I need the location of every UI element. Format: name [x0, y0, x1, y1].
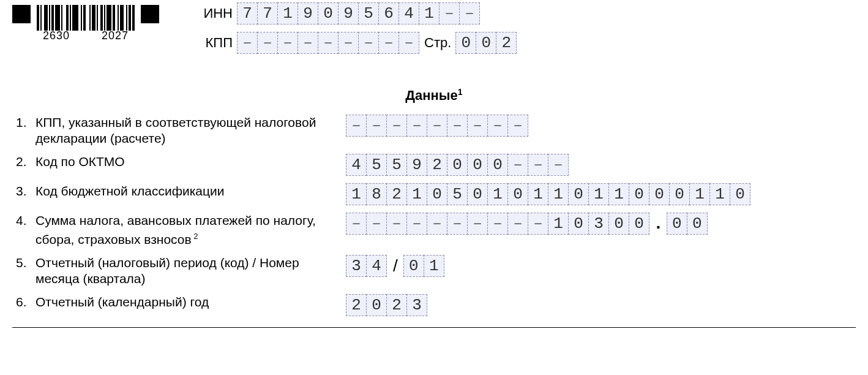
- cell: –: [459, 2, 480, 25]
- row-label: 1.КПП, указанный в соответствующей налог…: [16, 115, 346, 146]
- cell: 1: [424, 255, 444, 277]
- row-value: 45592000–––: [346, 154, 569, 176]
- cell: 9: [297, 2, 318, 25]
- cell: –: [398, 32, 419, 54]
- marker-square-left: [12, 5, 31, 23]
- cell: 1: [709, 183, 730, 205]
- cell: 0: [455, 32, 476, 54]
- section-title: Данные1: [12, 87, 856, 104]
- cell: 9: [406, 154, 427, 176]
- cell: –: [427, 115, 447, 137]
- row-label: 6.Отчетный (календарный) год: [16, 294, 346, 310]
- cell: 1: [419, 2, 440, 25]
- cell: 0: [403, 255, 424, 277]
- divider: [12, 327, 856, 328]
- row-label: 4.Сумма налога, авансовых платежей по на…: [16, 213, 346, 248]
- cell: –: [439, 2, 460, 25]
- cell: –: [338, 32, 359, 54]
- cell: 1: [548, 213, 569, 235]
- cell: 2: [427, 154, 447, 176]
- barcode-block: 2630 2027: [12, 2, 159, 42]
- cell: –: [467, 213, 488, 235]
- cell: 0: [629, 183, 649, 205]
- cell: 5: [358, 2, 379, 25]
- cell: –: [406, 115, 427, 137]
- cell: 1: [528, 183, 548, 205]
- cell-group: 34: [346, 255, 387, 277]
- cell: 1: [346, 183, 367, 205]
- slash-separator: /: [393, 256, 398, 276]
- cell: 8: [366, 183, 387, 205]
- cell: –: [297, 32, 318, 54]
- row-value: 18210501011011000110: [346, 183, 750, 205]
- cell: 5: [386, 154, 407, 176]
- cell-group: 45592000–––: [346, 154, 569, 176]
- marker-square-right: [141, 5, 159, 23]
- barcode-num-right: 2027: [102, 29, 129, 42]
- cell: 3: [406, 294, 427, 316]
- cell: 0: [467, 154, 488, 176]
- cell: 0: [568, 183, 589, 205]
- data-row: 4.Сумма налога, авансовых платежей по на…: [16, 213, 856, 248]
- cell: 7: [237, 2, 258, 25]
- cell: 1: [277, 2, 298, 25]
- cell: 0: [608, 213, 629, 235]
- cell-group: 2023: [346, 294, 427, 316]
- barcode-num-left: 2630: [43, 29, 70, 42]
- kpp-label: КПП: [190, 35, 233, 51]
- decimal-separator: .: [653, 214, 664, 233]
- cell: 0: [427, 183, 447, 205]
- row-value: ––––––––––10300.00: [346, 213, 708, 235]
- cell: 4: [398, 2, 419, 25]
- cell: –: [528, 213, 548, 235]
- cell: 2: [386, 183, 407, 205]
- cell: –: [318, 32, 339, 54]
- page-cells: 002: [456, 32, 517, 54]
- data-row: 5.Отчетный (налоговый) период (код) / Но…: [16, 255, 856, 287]
- cell: 0: [487, 154, 508, 176]
- cell: –: [386, 115, 407, 137]
- inn-cells: 7719095641––: [238, 2, 480, 25]
- cell: –: [257, 32, 278, 54]
- cell: –: [447, 115, 468, 137]
- row-value: –––––––––: [346, 115, 528, 137]
- data-row: 1.КПП, указанный в соответствующей налог…: [16, 115, 856, 146]
- row-label: 2.Код по ОКТМО: [16, 154, 346, 170]
- cell: 0: [366, 294, 387, 316]
- cell: 0: [507, 183, 528, 205]
- cell: 0: [447, 154, 468, 176]
- cell: 3: [588, 213, 609, 235]
- cell: –: [507, 213, 528, 235]
- data-row: 2.Код по ОКТМО45592000–––: [16, 154, 856, 176]
- cell: 0: [318, 2, 339, 25]
- cell: 1: [689, 183, 710, 205]
- cell: 1: [608, 183, 629, 205]
- cell: 4: [366, 255, 387, 277]
- cell: –: [487, 115, 508, 137]
- cell-group: 01: [404, 255, 444, 277]
- data-row: 3.Код бюджетной классификации18210501011…: [16, 183, 856, 205]
- data-row: 6.Отчетный (календарный) год2023: [16, 294, 856, 316]
- cell: –: [366, 115, 387, 137]
- cell-group: 00: [667, 213, 708, 235]
- cell: –: [507, 115, 528, 137]
- cell: 9: [338, 2, 359, 25]
- cell: 0: [669, 183, 690, 205]
- cell: 2: [386, 294, 407, 316]
- cell: 0: [467, 183, 488, 205]
- cell: 5: [366, 154, 387, 176]
- cell: –: [487, 213, 508, 235]
- cell: –: [528, 154, 548, 176]
- cell: –: [447, 213, 468, 235]
- cell: 5: [447, 183, 468, 205]
- cell: –: [237, 32, 258, 54]
- cell: 1: [548, 183, 569, 205]
- cell: 0: [629, 213, 649, 235]
- cell: –: [427, 213, 447, 235]
- cell: 3: [346, 255, 367, 277]
- inn-label: ИНН: [190, 6, 233, 21]
- cell: 2: [496, 32, 517, 54]
- cell: 4: [346, 154, 367, 176]
- cell: –: [386, 213, 407, 235]
- cell: –: [346, 213, 367, 235]
